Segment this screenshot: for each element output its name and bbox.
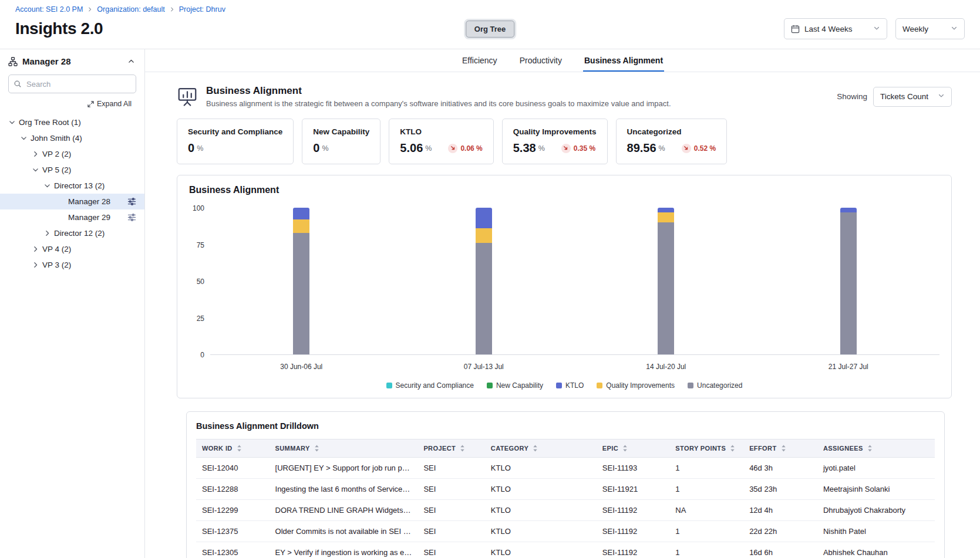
expand-row: Expand All [0, 94, 144, 109]
table-cell: SEI-12375 [196, 521, 270, 542]
expand-all-button[interactable]: Expand All [84, 99, 135, 109]
granularity-select[interactable]: Weekly [895, 18, 965, 39]
tab-bar: Efficiency Productivity Business Alignme… [145, 49, 980, 72]
tree-item-manager-28[interactable]: Manager 28 [0, 194, 144, 209]
tree-item-vp-4-2[interactable]: VP 4 (2) [0, 241, 144, 257]
column-header-project[interactable]: PROJECT [417, 439, 484, 458]
column-header-summary[interactable]: SUMMARY [270, 439, 418, 458]
table-row-sei-12040[interactable]: SEI-12040[URGENT] EY > Support for job r… [196, 458, 935, 479]
x-axis-label: 21 Jul-27 Jul [757, 363, 940, 371]
tree-item-vp-5-2[interactable]: VP 5 (2) [0, 162, 144, 178]
chevron-down-icon[interactable] [8, 119, 16, 126]
legend-item-uncategorized[interactable]: Uncategorized [688, 381, 742, 390]
tree-item-director-12-2[interactable]: Director 12 (2) [0, 225, 144, 241]
y-axis-label: 50 [197, 278, 204, 286]
stat-card-security-and-compliance: Security and Compliance0% [177, 119, 294, 164]
stat-card-new-capability: New Capability0% [302, 119, 380, 164]
chevron-down-icon[interactable] [32, 166, 39, 174]
chevron-right-icon[interactable] [32, 150, 39, 158]
legend-item-security-and-compliance[interactable]: Security and Compliance [386, 381, 474, 390]
tree-item-manager-29[interactable]: Manager 29 [0, 209, 144, 225]
sort-icon [867, 445, 873, 452]
breadcrumb: Account: SEI 2.0 PM Organization: defaul… [15, 5, 965, 13]
column-header-epic[interactable]: EPIC [597, 439, 670, 458]
y-axis-label: 100 [193, 204, 204, 212]
column-header-story-points[interactable]: STORY POINTS [669, 439, 743, 458]
table-cell: 22d 22h [743, 521, 817, 542]
tab-productivity[interactable]: Productivity [518, 49, 563, 72]
table-row-sei-12288[interactable]: SEI-12288Ingesting the last 6 months of … [196, 479, 935, 500]
column-header-label: ASSIGNEES [823, 445, 863, 452]
legend-label: New Capability [496, 381, 543, 390]
table-row-sei-12375[interactable]: SEI-12375Older Commits is not available … [196, 521, 935, 542]
chevron-down-icon[interactable] [20, 134, 28, 142]
legend-item-new-capability[interactable]: New Capability [487, 381, 543, 390]
tree-item-label: Director 13 (2) [54, 181, 105, 190]
chevron-right-icon[interactable] [32, 245, 39, 253]
page-title: Insights 2.0 [15, 19, 103, 38]
sort-icon [780, 445, 787, 452]
chevron-down-icon [951, 25, 958, 33]
table-row-sei-12299[interactable]: SEI-12299DORA TREND LINE GRAPH Widgets i… [196, 500, 935, 521]
table-cell: Abhishek Chauhan [817, 542, 935, 558]
table-cell: SEI-12040 [196, 458, 270, 479]
org-tree-button[interactable]: Org Tree [466, 21, 514, 38]
legend-item-quality-improvements[interactable]: Quality Improvements [597, 381, 675, 390]
chevron-right-icon[interactable] [43, 229, 51, 237]
date-range-select[interactable]: Last 4 Weeks [784, 18, 887, 39]
section-header: Business Alignment Business alignment is… [177, 85, 952, 108]
legend-swatch [487, 383, 493, 388]
column-header-effort[interactable]: EFFORT [743, 439, 817, 458]
table-cell: SEI-11192 [597, 542, 670, 558]
table-cell: SEI-11192 [597, 521, 670, 542]
sidebar-collapse-button[interactable] [126, 56, 136, 66]
chevron-right-icon[interactable] [32, 261, 39, 269]
table-row-sei-12305[interactable]: SEI-12305EY > Verify if ingestion is wor… [196, 542, 935, 558]
header-row: Insights 2.0 Org Tree Last 4 Weeks Weekl… [15, 18, 965, 49]
tree-item-label: Manager 28 [68, 197, 110, 206]
breadcrumb-link-organization[interactable]: Organization: default [97, 5, 164, 13]
column-header-work-id[interactable]: WORK ID [196, 439, 270, 458]
tree-item-john-smith-4[interactable]: John Smith (4) [0, 130, 144, 146]
tree-item-label: VP 4 (2) [42, 245, 71, 253]
table-cell: SEI [417, 542, 484, 558]
bar-segment-ktlo [293, 208, 309, 219]
stat-delta-value: 0.35 % [574, 144, 595, 153]
trend-down-icon [563, 146, 568, 151]
tree-item-org-tree-root-1[interactable]: Org Tree Root (1) [0, 114, 144, 130]
column-header-label: EFFORT [749, 445, 776, 452]
tree-item-label: Manager 29 [68, 213, 110, 222]
chevron-right-icon [169, 6, 175, 12]
tree-item-label: VP 3 (2) [42, 261, 71, 269]
bar-group-07-jul-13-jul [393, 208, 575, 354]
stat-delta-value: 0.06 % [460, 144, 482, 153]
tree-item-vp-3-2[interactable]: VP 3 (2) [0, 257, 144, 273]
bar-group-21-jul-27-jul [757, 208, 940, 354]
tab-efficiency[interactable]: Efficiency [461, 49, 499, 72]
stat-delta: 0.35 % [561, 144, 595, 153]
legend-item-ktlo[interactable]: KTLO [556, 381, 584, 390]
table-cell: SEI [417, 500, 484, 521]
filter-icon[interactable] [127, 198, 136, 205]
chevron-down-icon[interactable] [43, 182, 51, 190]
breadcrumb-link-project[interactable]: Project: Dhruv [179, 5, 225, 13]
showing-select[interactable]: Tickets Count [873, 87, 952, 107]
stat-unit: % [659, 144, 665, 153]
tab-business-alignment[interactable]: Business Alignment [583, 49, 664, 72]
table-cell: SEI-11192 [597, 500, 670, 521]
tree-item-director-13-2[interactable]: Director 13 (2) [0, 178, 144, 194]
tree-item-vp-2-2[interactable]: VP 2 (2) [0, 146, 144, 162]
bar-segment-quality-improvements [476, 228, 492, 243]
stat-unit: % [425, 144, 432, 153]
filter-icon[interactable] [127, 214, 136, 221]
table-cell: SEI-11193 [597, 458, 670, 479]
column-header-category[interactable]: CATEGORY [485, 439, 597, 458]
column-header-assignees[interactable]: ASSIGNEES [817, 439, 935, 458]
stat-delta: 0.52 % [682, 144, 716, 153]
bar-segment-uncategorized [658, 222, 674, 354]
layout: Manager 28 Expand All Org Tree Root (1)J… [0, 49, 980, 558]
search-input[interactable] [8, 75, 136, 93]
stat-label: KTLO [400, 127, 482, 136]
breadcrumb-link-account[interactable]: Account: SEI 2.0 PM [15, 5, 83, 13]
topbar: Account: SEI 2.0 PM Organization: defaul… [0, 0, 980, 49]
